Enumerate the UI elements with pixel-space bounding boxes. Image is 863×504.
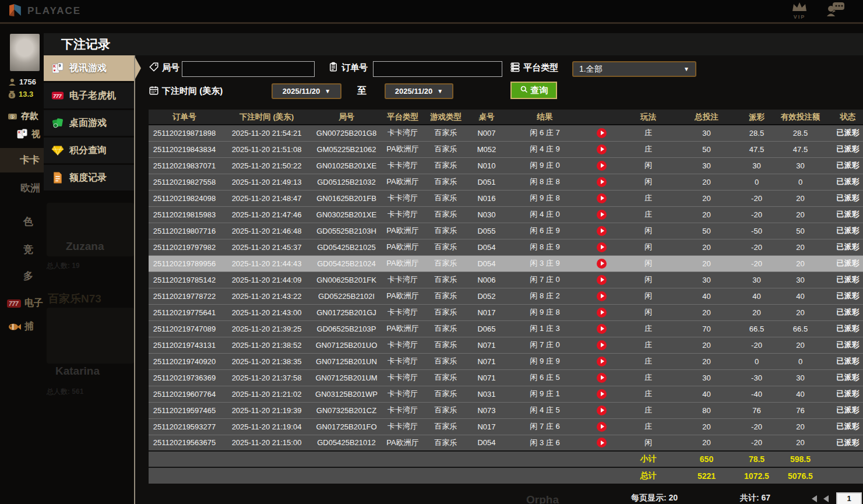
replay-icon[interactable]	[597, 210, 607, 220]
table-row[interactable]: 2511202198438342025-11-20 21:51:08GM0522…	[149, 141, 863, 157]
replay-icon[interactable]	[597, 308, 607, 318]
bg-video-games-item[interactable]: K9 视	[16, 128, 40, 140]
cell-replay[interactable]	[583, 369, 621, 386]
cell-status: 已派彩	[825, 304, 863, 320]
table-row[interactable]: 2511202196077642025-11-20 21:21:02GN0312…	[149, 386, 863, 402]
cell-order: 251120219807716	[149, 223, 220, 239]
replay-icon[interactable]	[597, 438, 607, 447]
table-row[interactable]: 2511202197787222025-11-20 21:43:22GD0522…	[149, 288, 863, 304]
table-row[interactable]: 2511202197756412025-11-20 21:43:00GN0172…	[149, 304, 863, 320]
replay-icon[interactable]	[597, 226, 607, 236]
faint-dealer-name: Katarina	[55, 365, 100, 378]
platform-select[interactable]: 1.全部 ▼	[572, 61, 696, 77]
cell-game: 百家乐	[425, 157, 466, 174]
cell-time: 2025-11-20 21:45:37	[220, 239, 313, 255]
cell-replay[interactable]	[583, 141, 621, 157]
sidebar-item-points-query[interactable]: 积分查询	[44, 138, 134, 163]
replay-icon[interactable]	[597, 275, 607, 285]
round-input[interactable]	[182, 61, 315, 77]
deposit-button[interactable]: $ 存款	[8, 111, 38, 122]
table-row[interactable]: 2511202198275582025-11-20 21:49:13GD0512…	[149, 174, 863, 190]
cell-replay[interactable]	[583, 255, 621, 272]
cell-replay[interactable]	[583, 239, 621, 255]
cell-replay[interactable]	[583, 418, 621, 435]
cell-replay[interactable]	[583, 206, 621, 223]
cell-replay[interactable]	[583, 174, 621, 190]
cell-result: 闲 6 庄 7	[507, 125, 583, 141]
table-row[interactable]: 2511202198718982025-11-20 21:54:21GN0072…	[149, 125, 863, 141]
table-row[interactable]: 2511202197363692025-11-20 21:37:58GN0712…	[149, 369, 863, 386]
page-input[interactable]: 1	[836, 492, 862, 504]
cell-valid: 0	[776, 174, 825, 190]
sidebar-item-video-games[interactable]: K♥9视讯游戏	[44, 55, 134, 81]
customer-service-icon[interactable]	[826, 1, 846, 21]
date-to-select[interactable]: 2025/11/20 ▼	[385, 83, 453, 99]
vip-button[interactable]: VIP	[791, 1, 808, 20]
cell-replay[interactable]	[583, 304, 621, 320]
replay-icon[interactable]	[597, 422, 607, 432]
total-row: 总计52211072.55076.5	[149, 467, 863, 484]
replay-icon[interactable]	[597, 128, 607, 138]
lobby-tab-kaka[interactable]: 卡卡	[0, 148, 44, 172]
date-from-select[interactable]: 2025/11/20 ▼	[272, 83, 341, 99]
replay-icon[interactable]	[597, 324, 607, 334]
cell-valid: 20	[776, 190, 825, 206]
replay-icon[interactable]	[597, 177, 607, 187]
cell-replay[interactable]	[583, 402, 621, 418]
replay-icon[interactable]	[597, 389, 607, 399]
replay-icon[interactable]	[597, 161, 607, 171]
lobby-tab-se[interactable]: 色	[23, 215, 33, 228]
cell-replay[interactable]	[583, 386, 621, 402]
replay-icon[interactable]	[597, 291, 607, 301]
sidebar-item-quota-records[interactable]: 额度记录	[44, 165, 134, 191]
table-row[interactable]: 2511202197851422025-11-20 21:44:09GN0062…	[149, 272, 863, 288]
cell-replay[interactable]	[583, 125, 621, 141]
sidebar-item-table-games[interactable]: 桌面游戏	[44, 110, 134, 136]
cell-replay[interactable]	[583, 435, 621, 451]
table-row[interactable]: 2511202197431312025-11-20 21:38:52GN0712…	[149, 337, 863, 353]
lobby-tab-europe[interactable]: 欧洲	[20, 181, 40, 195]
cell-time: 2025-11-20 21:48:47	[220, 190, 313, 206]
cell-valid: 20	[776, 337, 825, 353]
order-input[interactable]	[373, 61, 502, 77]
replay-icon[interactable]	[597, 144, 607, 154]
avatar[interactable]	[10, 34, 40, 71]
cell-replay[interactable]	[583, 157, 621, 174]
table-row[interactable]: 2511202197409202025-11-20 21:38:35GN0712…	[149, 353, 863, 369]
cell-replay[interactable]	[583, 190, 621, 206]
table-row[interactable]: 2511202198159832025-11-20 21:47:46GN0302…	[149, 206, 863, 223]
table-row[interactable]: 2511202198370712025-11-20 21:50:22GN0102…	[149, 157, 863, 174]
replay-icon[interactable]	[597, 373, 607, 383]
replay-icon[interactable]	[597, 242, 607, 252]
lobby-tab-jing[interactable]: 竞	[23, 243, 33, 256]
table-row[interactable]: 2511202195636752025-11-20 21:15:00GD0542…	[149, 435, 863, 451]
playace-logo[interactable]: PLAYACE	[8, 3, 81, 20]
table-row[interactable]: 2511202198077162025-11-20 21:46:48GD0552…	[149, 223, 863, 239]
cell-replay[interactable]	[583, 337, 621, 353]
bg-nav-fish[interactable]: 捕	[7, 320, 34, 333]
cell-replay[interactable]	[583, 272, 621, 288]
replay-icon[interactable]	[597, 193, 607, 203]
sidebar-item-slots[interactable]: 777电子老虎机	[44, 83, 134, 108]
first-page-icon[interactable]	[812, 495, 817, 502]
bg-nav-slots[interactable]: 777 电子	[7, 297, 43, 309]
cell-replay[interactable]	[583, 320, 621, 337]
prev-page-icon[interactable]	[823, 495, 829, 502]
table-row[interactable]: 2511202198240982025-11-20 21:48:47GN0162…	[149, 190, 863, 206]
order-filter-label: 订单号	[328, 62, 368, 74]
replay-icon[interactable]	[597, 259, 607, 269]
cell-replay[interactable]	[583, 288, 621, 304]
table-row[interactable]: 2511202197899562025-11-20 21:44:43GD0542…	[149, 255, 863, 272]
replay-icon[interactable]	[597, 357, 607, 366]
lobby-tab-duo[interactable]: 多	[23, 269, 33, 283]
table-row[interactable]: 2511202195932772025-11-20 21:19:04GN0172…	[149, 418, 863, 435]
search-button[interactable]: 查询	[510, 82, 557, 99]
cell-platform: 卡卡湾厅	[380, 157, 425, 174]
cell-replay[interactable]	[583, 353, 621, 369]
table-row[interactable]: 2511202197470892025-11-20 21:39:25GD0652…	[149, 320, 863, 337]
cell-replay[interactable]	[583, 223, 621, 239]
replay-icon[interactable]	[597, 406, 607, 415]
table-row[interactable]: 2511202195974652025-11-20 21:19:39GN0732…	[149, 402, 863, 418]
replay-icon[interactable]	[597, 340, 607, 350]
table-row[interactable]: 2511202197979822025-11-20 21:45:37GD0542…	[149, 239, 863, 255]
